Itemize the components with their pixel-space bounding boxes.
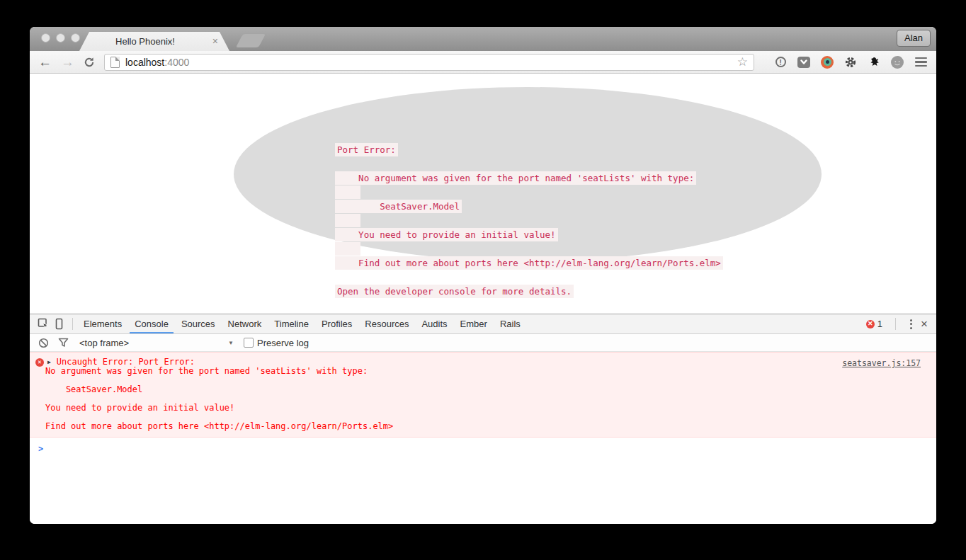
devtools-tab[interactable]: Console (130, 314, 174, 333)
console-error-line: No argument was given for the port named… (35, 367, 931, 376)
new-tab-button[interactable] (236, 34, 266, 47)
address-toolbar: ← → localhost:4000 ☆ ! (30, 51, 936, 74)
page-error-line: Find out more about ports here <http://e… (335, 256, 723, 270)
desktop-background: Hello Phoenix! × Alan ← → localhost:4000… (0, 0, 966, 560)
url-bar[interactable]: localhost:4000 ☆ (104, 54, 754, 71)
console-error-line: You need to provide an initial value! (35, 404, 931, 413)
devtools-tabs: ElementsConsoleSourcesNetworkTimelinePro… (79, 314, 528, 333)
preserve-log-label[interactable]: Preserve log (257, 338, 309, 348)
page-error-line (335, 157, 723, 171)
forward-icon[interactable]: → (61, 55, 74, 69)
info-extension-icon[interactable]: ! (773, 55, 788, 69)
clear-console-icon[interactable] (35, 335, 51, 350)
page-error-line: You need to provide an initial value! (335, 228, 723, 242)
frame-selector[interactable]: <top frame> ▼ (79, 338, 234, 348)
tab-title: Hello Phoenix! (115, 36, 175, 47)
page-error-line: No argument was given for the port named… (335, 171, 723, 185)
url-host: localhost (125, 57, 164, 68)
error-count[interactable]: 1 (877, 319, 882, 329)
devtools-tab[interactable]: Resources (360, 314, 414, 333)
bookmark-star-icon[interactable]: ☆ (737, 56, 748, 69)
reload-icon[interactable] (84, 57, 95, 68)
divider (895, 318, 896, 330)
frame-selector-value: <top frame> (79, 338, 129, 348)
console-toolbar: <top frame> ▼ Preserve log (30, 334, 936, 352)
window-controls (41, 33, 80, 42)
color-wheel-extension-icon[interactable] (820, 55, 834, 69)
devtools-tab[interactable]: Timeline (269, 314, 314, 333)
settings-gear-icon[interactable] (843, 55, 858, 69)
pocket-extension-icon[interactable] (797, 55, 811, 69)
preserve-log-checkbox[interactable] (244, 338, 254, 348)
minimize-window-button[interactable] (56, 33, 65, 42)
face-extension-icon[interactable] (890, 55, 904, 69)
page-error-line (335, 185, 723, 200)
zoom-window-button[interactable] (71, 33, 80, 42)
console-error-icon: ✕ (35, 358, 44, 367)
console-error-line: Find out more about ports here <http://e… (35, 422, 931, 431)
page-error-line (335, 242, 723, 256)
title-bar: Hello Phoenix! × Alan (30, 27, 936, 51)
source-file-link[interactable]: seatsaver.js:157 (842, 358, 921, 368)
chevron-down-icon: ▼ (228, 340, 234, 346)
console-output: ✕ ▶ Uncaught Error: Port Error: No argum… (30, 352, 936, 524)
devtools-tab-bar: ElementsConsoleSourcesNetworkTimelinePro… (30, 314, 936, 334)
console-error-line (35, 376, 931, 385)
devtools-tab[interactable]: Ember (455, 314, 492, 333)
devtools-tab[interactable]: Sources (176, 314, 220, 333)
devtools-menu-icon[interactable] (910, 319, 912, 329)
console-error-message: ✕ ▶ Uncaught Error: Port Error: No argum… (30, 352, 936, 438)
profile-button[interactable]: Alan (897, 30, 931, 47)
filter-icon[interactable] (55, 335, 71, 350)
devtools-tab[interactable]: Elements (79, 314, 127, 333)
devtools-tab[interactable]: Network (223, 314, 267, 333)
page-error-line (335, 214, 723, 228)
console-error-lines: No argument was given for the port named… (35, 367, 931, 431)
menu-icon[interactable] (914, 55, 928, 69)
error-badge-icon[interactable]: ✕ (866, 320, 875, 328)
prompt-chevron-icon: > (38, 444, 43, 454)
divider (72, 318, 73, 330)
devtools-panel: ElementsConsoleSourcesNetworkTimelinePro… (30, 314, 936, 524)
page-error-line: Port Error: (335, 143, 723, 157)
ninja-extension-icon[interactable] (867, 55, 881, 69)
page-error-text: Port Error: No argument was given for th… (335, 101, 723, 299)
devtools-close-icon[interactable]: × (921, 319, 928, 330)
inspect-element-icon[interactable] (35, 316, 51, 332)
page-content: Port Error: No argument was given for th… (30, 74, 936, 314)
browser-window: Hello Phoenix! × Alan ← → localhost:4000… (30, 27, 936, 524)
devtools-tab[interactable]: Rails (495, 314, 525, 333)
page-error-line (335, 270, 723, 285)
devtools-tab[interactable]: Profiles (317, 314, 357, 333)
console-error-line: SeatSaver.Model (35, 385, 931, 394)
console-prompt[interactable]: > (30, 438, 936, 455)
back-icon[interactable]: ← (38, 55, 52, 69)
tab-close-icon[interactable]: × (212, 35, 218, 47)
page-error-line: Open the developer console for more deta… (335, 285, 723, 299)
page-error-line: SeatSaver.Model (335, 200, 723, 214)
close-window-button[interactable] (41, 33, 50, 42)
browser-tab[interactable]: Hello Phoenix! × (79, 32, 229, 51)
devtools-tab[interactable]: Audits (416, 314, 452, 333)
device-toolbar-icon[interactable] (51, 316, 67, 332)
page-icon (110, 57, 120, 68)
url-port: :4000 (164, 57, 189, 68)
